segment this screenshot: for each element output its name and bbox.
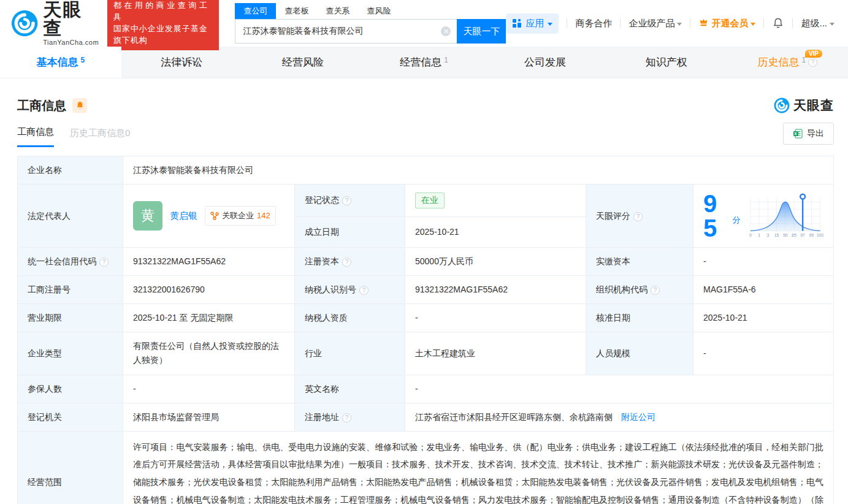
tab-operation-risk[interactable]: 经营风险 bbox=[242, 47, 364, 78]
svg-text:50: 50 bbox=[782, 233, 787, 237]
subscribe-bell-chip[interactable] bbox=[72, 98, 87, 113]
search-tab-risk[interactable]: 查风险 bbox=[358, 3, 399, 19]
search-tab-company[interactable]: 查公司 bbox=[235, 3, 276, 19]
divider bbox=[763, 18, 764, 28]
score-distribution-chart: 013 155085 9799100 bbox=[747, 192, 823, 240]
nav-business-cooperation[interactable]: 商务合作 bbox=[575, 18, 612, 29]
nav-open-membership[interactable]: 开通会员 bbox=[698, 18, 755, 29]
divider bbox=[620, 18, 621, 28]
search-input[interactable] bbox=[235, 19, 457, 44]
svg-text:0: 0 bbox=[749, 233, 752, 237]
field-value: 土木工程建筑业 bbox=[405, 332, 586, 375]
company-detail-tabs: 基本信息 5 法律诉讼 经营风险 经营信息 1 公司发展 知识产权 VIP 历史… bbox=[0, 47, 848, 78]
help-icon[interactable]: ? bbox=[359, 286, 369, 295]
chevron-down-icon bbox=[548, 23, 552, 26]
field-value: - bbox=[405, 375, 834, 403]
vip-badge: VIP bbox=[805, 50, 822, 58]
field-label: 统一社会信用代码? bbox=[18, 248, 123, 276]
help-icon[interactable]: ? bbox=[808, 58, 817, 67]
related-companies-badge[interactable]: 关联企业 142 bbox=[205, 206, 276, 225]
field-value: - bbox=[405, 304, 586, 332]
legal-rep-cell: 黄 黄启银 关联企业 142 bbox=[123, 185, 295, 248]
table-row: 营业期限 2025-10-21 至 无固定期限 纳税人资质 - 核准日期 202… bbox=[18, 304, 834, 332]
tab-label: 经营风险 bbox=[282, 55, 324, 69]
help-icon[interactable]: ? bbox=[342, 413, 351, 422]
score-cell: 95 分 bbox=[693, 185, 834, 248]
search-tabs: 查公司 查老板 查关系 查风险 bbox=[235, 3, 506, 19]
field-value: 沭阳县市场监督管理局 bbox=[123, 403, 295, 431]
subtab-business-info[interactable]: 工商信息 bbox=[17, 126, 54, 147]
help-icon[interactable]: ? bbox=[651, 286, 660, 295]
header-nav: 应用 商务合作 企业级产品 开通会员 超级... bbox=[506, 13, 835, 34]
tab-label: 法律诉讼 bbox=[161, 55, 202, 69]
help-icon[interactable]: ? bbox=[342, 258, 351, 267]
field-value: 50000万人民币 bbox=[405, 248, 586, 276]
table-row: 经营范围 许可项目：电气安装服务；输电、供电、受电电力设施的安装、维修和试验；发… bbox=[18, 431, 834, 504]
field-value: 江苏沐泰智能装备科技有限公司 bbox=[123, 156, 834, 185]
field-value: - bbox=[693, 248, 834, 276]
tab-operation-info[interactable]: 经营信息 1 bbox=[364, 47, 485, 78]
tab-label: 公司发展 bbox=[524, 55, 566, 69]
search-tab-boss[interactable]: 查老板 bbox=[276, 3, 317, 19]
field-label: 组织机构代码? bbox=[586, 276, 693, 304]
nearby-companies-link[interactable]: 附近公司 bbox=[621, 412, 655, 422]
tab-history-info[interactable]: VIP 历史信息 1 ? bbox=[727, 47, 848, 78]
field-value: 有限责任公司（自然人投资或控股的法人独资） bbox=[123, 332, 295, 375]
nav-account-menu[interactable]: 超级... bbox=[801, 18, 835, 29]
apps-menu[interactable]: 应用 bbox=[506, 13, 559, 34]
field-label: 纳税人识别号? bbox=[295, 276, 405, 304]
business-scope-text: 许可项目：电气安装服务；输电、供电、受电电力设施的安装、维修和试验；发电业务、输… bbox=[123, 431, 834, 504]
score-marker-pin bbox=[800, 194, 805, 199]
brand-name: 天眼查 bbox=[43, 1, 99, 37]
field-label: 参保人数 bbox=[18, 375, 123, 403]
field-value: - bbox=[123, 375, 295, 403]
help-icon[interactable]: ? bbox=[633, 212, 643, 221]
tab-count: 5 bbox=[80, 56, 85, 64]
tab-basic-info[interactable]: 基本信息 5 bbox=[0, 47, 121, 78]
apps-grid-icon bbox=[512, 18, 522, 28]
tab-count: 1 bbox=[444, 56, 448, 64]
status-badge: 在业 bbox=[415, 193, 445, 208]
tianyancha-logo[interactable]: 天眼查 TianYanCha.com bbox=[11, 1, 100, 46]
export-button[interactable]: 导出 bbox=[783, 123, 834, 145]
help-icon[interactable]: ? bbox=[342, 196, 351, 205]
legal-rep-link[interactable]: 黄启银 bbox=[170, 208, 197, 224]
avatar[interactable]: 黄 bbox=[133, 201, 162, 231]
table-row: 统一社会信用代码? 91321322MAG1F55A62 注册资本? 50000… bbox=[18, 248, 834, 276]
field-label: 企业名称 bbox=[18, 156, 123, 185]
tab-company-development[interactable]: 公司发展 bbox=[484, 47, 606, 78]
membership-label: 开通会员 bbox=[711, 18, 748, 29]
field-label: 人员规模 bbox=[586, 332, 693, 375]
table-row: 工商注册号 321322001626790 纳税人识别号? 91321322MA… bbox=[18, 276, 834, 304]
tab-intellectual-property[interactable]: 知识产权 bbox=[606, 47, 727, 78]
table-row: 企业名称 江苏沐泰智能装备科技有限公司 bbox=[18, 156, 834, 185]
tianyancha-logo-icon bbox=[11, 9, 38, 37]
table-row: 参保人数 - 英文名称 - bbox=[18, 375, 834, 403]
field-label: 登记机关 bbox=[18, 403, 123, 431]
tab-legal-litigation[interactable]: 法律诉讼 bbox=[121, 47, 243, 78]
watermark-logo: 天眼查 bbox=[774, 97, 834, 114]
brand-domain: TianYanCha.com bbox=[43, 39, 99, 46]
notifications-bell-icon[interactable] bbox=[772, 17, 784, 29]
svg-text:99: 99 bbox=[809, 233, 814, 237]
search-widget: 查公司 查老板 查关系 查风险 ✕ 天眼一下 bbox=[235, 3, 506, 44]
subtab-history-business-info[interactable]: 历史工商信息0 bbox=[70, 128, 130, 147]
field-value: 91321322MAG1F55A62 bbox=[405, 276, 586, 304]
field-label: 天眼评分? bbox=[586, 185, 693, 248]
field-label: 登记状态? bbox=[295, 185, 405, 217]
svg-text:85: 85 bbox=[792, 233, 796, 237]
tab-label: 历史信息 bbox=[757, 55, 799, 69]
field-label: 注册资本? bbox=[295, 248, 405, 276]
chevron-down-icon bbox=[830, 23, 835, 26]
field-value: 2025-10-21 bbox=[405, 216, 586, 247]
promo-line2: 国家中小企业发展子基金旗下机构 bbox=[113, 23, 213, 47]
network-icon bbox=[210, 212, 219, 220]
help-icon[interactable]: ? bbox=[99, 258, 109, 267]
top-header: 天眼查 TianYanCha.com 都在用的商业查询工具 国家中小企业发展子基… bbox=[0, 0, 848, 47]
score-axis-ticks: 013 155085 9799100 bbox=[749, 233, 823, 237]
search-tab-relation[interactable]: 查关系 bbox=[317, 3, 358, 19]
nav-enterprise-products[interactable]: 企业级产品 bbox=[628, 18, 682, 29]
search-button[interactable]: 天眼一下 bbox=[457, 19, 506, 44]
divider bbox=[792, 18, 793, 28]
score-value: 95 bbox=[703, 191, 730, 240]
